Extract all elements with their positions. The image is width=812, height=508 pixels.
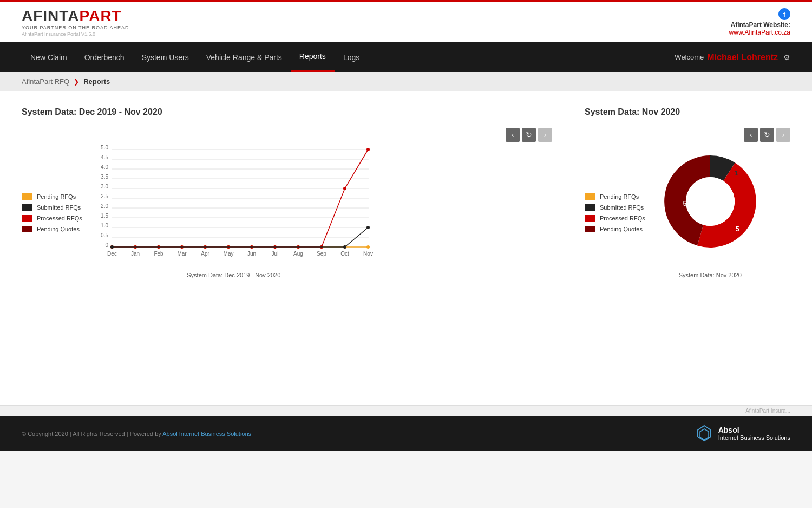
nav-new-claim[interactable]: New Claim: [22, 43, 76, 71]
absol-brand-name: Absol: [718, 426, 790, 434]
donut-chart-refresh-btn[interactable]: ↻: [760, 128, 774, 142]
absol-logo: Absol Internet Business Solutions: [695, 424, 790, 443]
footer-copy-area: © Copyright 2020 | All Rights Reserved |…: [22, 428, 251, 438]
legend-processed-rfqs: Processed RFQs: [22, 215, 82, 222]
line-chart-svg: 0 0.5 1.0 1.5 2.0 2.5 3.0 3.5 4.0 4.5 5.…: [93, 147, 375, 266]
svg-point-59: [343, 245, 346, 249]
logo-area: AFINTAPART YOUR PARTNER ON THE ROAD AHEA…: [22, 8, 129, 37]
svg-text:Jul: Jul: [271, 251, 278, 257]
donut-chart-area: 1 5 5 System Data: Nov 2020: [656, 147, 764, 278]
donut-chart-wrapper: Pending RFQs Submitted RFQs Processed RF…: [585, 147, 790, 278]
nav-vehicle-range[interactable]: Vehicle Range & Parts: [198, 43, 291, 71]
donut-legend-label-pquotes: Pending Quotes: [600, 226, 643, 232]
svg-point-45: [366, 245, 370, 249]
svg-text:2.5: 2.5: [101, 193, 108, 199]
svg-text:Feb: Feb: [154, 251, 163, 257]
svg-text:4.5: 4.5: [101, 154, 108, 160]
line-chart-area: 0 0.5 1.0 1.5 2.0 2.5 3.0 3.5 4.0 4.5 5.…: [93, 147, 375, 278]
main-content: System Data: Dec 2019 - Nov 2020 ‹ ↻ › P…: [0, 91, 812, 405]
legend-label-pending: Pending RFQs: [37, 193, 76, 200]
donut-legend-processed-rfqs: Processed RFQs: [585, 215, 645, 222]
nav-system-users[interactable]: System Users: [133, 43, 198, 71]
nav-orderbench[interactable]: Orderbench: [76, 43, 133, 71]
line-chart-caption: System Data: Dec 2019 - Nov 2020: [93, 272, 375, 278]
donut-label-5b: 5: [735, 225, 739, 233]
donut-chart-svg: 1 5 5: [656, 147, 764, 266]
logo-part: PART: [80, 8, 122, 24]
breadcrumb-current: Reports: [83, 77, 110, 86]
legend-pending-quotes: Pending Quotes: [22, 226, 82, 232]
legend-color-pquotes: [22, 226, 32, 232]
navbar: New Claim Orderbench System Users Vehicl…: [0, 42, 812, 72]
donut-chart-caption: System Data: Nov 2020: [656, 272, 764, 278]
nav-left: New Claim Orderbench System Users Vehicl…: [22, 42, 368, 72]
svg-text:1.5: 1.5: [101, 213, 108, 219]
svg-text:5.0: 5.0: [101, 145, 108, 151]
footer: © Copyright 2020 | All Rights Reserved |…: [0, 416, 812, 451]
legend-color-processed: [22, 215, 32, 222]
breadcrumb-separator: ❯: [74, 78, 79, 86]
line-chart-wrapper: Pending RFQs Submitted RFQs Processed RF…: [22, 147, 552, 278]
donut-legend-submitted-rfqs: Submitted RFQs: [585, 204, 645, 211]
logo-version: AfintaPart Insurance Portal V1.5.0: [22, 31, 129, 37]
svg-text:Jan: Jan: [131, 251, 140, 257]
svg-point-60: [366, 226, 370, 229]
donut-legend-color-processed: [585, 215, 595, 222]
breadcrumb: AfintaPart RFQ ❯ Reports: [0, 72, 812, 91]
svg-text:Jun: Jun: [247, 251, 256, 257]
svg-text:0.5: 0.5: [101, 232, 108, 238]
donut-chart-section: System Data: Nov 2020 ‹ ↻ › Pending RFQs…: [585, 107, 790, 278]
svg-text:0: 0: [105, 242, 108, 248]
nav-logs[interactable]: Logs: [335, 43, 368, 71]
line-chart-prev-btn[interactable]: ‹: [506, 128, 520, 142]
donut-legend-color-pending: [585, 193, 595, 200]
donut-legend-color-pquotes: [585, 226, 595, 232]
nav-right: Welcome Michael Lohrentz ⚙: [675, 53, 790, 62]
website-url[interactable]: www.AfintaPart.co.za: [729, 29, 790, 36]
nav-reports[interactable]: Reports: [291, 42, 335, 72]
breadcrumb-parent[interactable]: AfintaPart RFQ: [22, 77, 69, 86]
website-label: AfintaPart Website:: [731, 21, 790, 29]
footer-absol-link[interactable]: Absol Internet Business Solutions: [162, 431, 251, 437]
footer-bar: AfintaPart Insura...: [0, 405, 812, 416]
svg-text:4.0: 4.0: [101, 164, 108, 170]
line-chart-title: System Data: Dec 2019 - Nov 2020: [22, 107, 552, 117]
legend-submitted-rfqs: Submitted RFQs: [22, 204, 82, 211]
svg-text:1.0: 1.0: [101, 223, 108, 229]
line-chart-section: System Data: Dec 2019 - Nov 2020 ‹ ↻ › P…: [22, 107, 552, 278]
svg-text:Aug: Aug: [293, 251, 303, 257]
donut-chart-controls: ‹ ↻ ›: [585, 128, 790, 142]
header: AFINTAPART YOUR PARTNER ON THE ROAD AHEA…: [0, 0, 812, 42]
line-chart-next-btn[interactable]: ›: [538, 128, 552, 142]
donut-label-5a: 5: [683, 199, 686, 207]
donut-legend-label-submitted: Submitted RFQs: [600, 204, 644, 211]
legend-pending-rfqs: Pending RFQs: [22, 193, 82, 200]
svg-text:Sep: Sep: [317, 251, 326, 257]
svg-text:3.5: 3.5: [101, 174, 108, 180]
svg-text:Dec: Dec: [107, 251, 117, 257]
svg-text:Nov: Nov: [363, 251, 373, 257]
line-chart-legend: Pending RFQs Submitted RFQs Processed RF…: [22, 147, 82, 278]
donut-legend-label-processed: Processed RFQs: [600, 215, 645, 222]
svg-text:Mar: Mar: [177, 251, 187, 257]
legend-color-pending: [22, 193, 32, 200]
svg-marker-62: [700, 429, 709, 440]
charts-container: System Data: Dec 2019 - Nov 2020 ‹ ↻ › P…: [22, 107, 790, 278]
facebook-icon[interactable]: f: [778, 8, 790, 20]
donut-chart-next-btn[interactable]: ›: [776, 128, 790, 142]
svg-text:2.0: 2.0: [101, 203, 108, 209]
absol-brand-sub: Internet Business Solutions: [718, 434, 790, 441]
absol-brand-text: Absol Internet Business Solutions: [718, 426, 790, 441]
absol-icon-svg: [695, 424, 714, 443]
donut-chart-prev-btn[interactable]: ‹: [744, 128, 758, 142]
header-right: f AfintaPart Website: www.AfintaPart.co.…: [729, 8, 790, 36]
line-chart-refresh-btn[interactable]: ↻: [522, 128, 536, 142]
donut-chart-legend: Pending RFQs Submitted RFQs Processed RF…: [585, 193, 645, 232]
settings-icon[interactable]: ⚙: [783, 53, 790, 62]
legend-color-submitted: [22, 204, 32, 211]
donut-label-1: 1: [734, 169, 738, 177]
svg-point-58: [110, 245, 114, 249]
svg-text:Apr: Apr: [201, 251, 209, 257]
legend-label-pquotes: Pending Quotes: [37, 226, 80, 232]
logo-tagline: YOUR PARTNER ON THE ROAD AHEAD: [22, 25, 129, 30]
